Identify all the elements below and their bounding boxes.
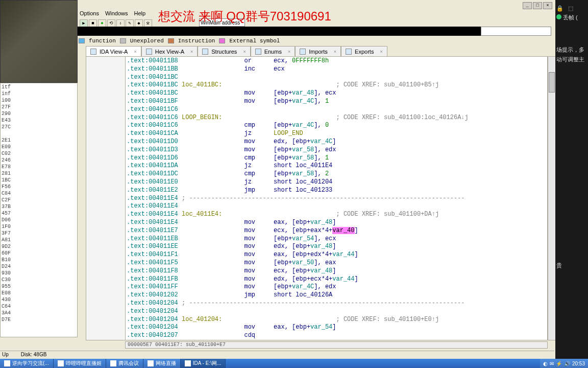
- list-item[interactable]: C64: [2, 304, 76, 310]
- code-line[interactable]: .text:00401204 ; -----------------------…: [127, 300, 546, 308]
- list-item[interactable]: 430: [2, 297, 76, 304]
- taskbar-button[interactable]: 腾讯会议: [106, 359, 143, 368]
- list-item[interactable]: 1BC: [2, 177, 76, 184]
- list-item[interactable]: E78: [2, 164, 76, 171]
- list-item[interactable]: B10: [2, 257, 76, 264]
- taskbar-button[interactable]: 哔哩哔哩直播姬: [54, 359, 106, 368]
- maximize-button[interactable]: □: [533, 2, 542, 9]
- panel-text: 动可调整主: [556, 56, 587, 63]
- code-line[interactable]: .text:004011C6: [127, 106, 546, 114]
- code-line[interactable]: .text:00401204 loc_401204: ; CODE XREF: …: [127, 316, 546, 324]
- code-line[interactable]: .text:004011E4 mov eax, [ebp+var_48]: [127, 219, 546, 227]
- list-item[interactable]: D06: [2, 217, 76, 224]
- close-icon[interactable]: ×: [134, 49, 136, 54]
- code-line[interactable]: .text:004011E4: [127, 202, 546, 211]
- close-button[interactable]: ×: [543, 2, 552, 9]
- list-item[interactable]: C30: [2, 277, 76, 284]
- vertical-scrollbar[interactable]: [548, 56, 556, 340]
- list-item[interactable]: 27F: [2, 104, 76, 111]
- minimize-button[interactable]: _: [523, 2, 532, 9]
- code-line[interactable]: .text:004011BC: [127, 74, 546, 82]
- search-dropdown[interactable]: [481, 27, 551, 36]
- code-line[interactable]: .text:004011D6 cmp [ebp+var_58], 1: [127, 154, 546, 163]
- list-item[interactable]: [2, 131, 76, 137]
- list-item[interactable]: i00: [2, 98, 76, 104]
- code-line[interactable]: .text:004011D3 mov [ebp+var_58], edx: [127, 146, 546, 154]
- close-icon[interactable]: ×: [190, 49, 193, 54]
- code-line[interactable]: .text:00401204 mov eax, [ebp+var_54]: [127, 324, 546, 332]
- list-item[interactable]: 37B: [2, 204, 76, 211]
- list-item[interactable]: C84: [2, 191, 76, 197]
- code-line[interactable]: .text:00401207 cdq: [127, 332, 546, 340]
- code-line[interactable]: .text:004011C6 LOOP_BEGIN: ; CODE XREF: …: [127, 114, 546, 122]
- list-item[interactable]: 27C: [2, 124, 76, 131]
- list-item[interactable]: 9D2: [2, 244, 76, 250]
- code-line[interactable]: .text:004011E0 jz short loc_401204: [127, 178, 546, 187]
- list-item[interactable]: 290: [2, 111, 76, 118]
- close-icon[interactable]: ×: [288, 49, 290, 54]
- disassembly-view[interactable]: .text:004011B8 or ecx, 0FFFFFFF8h.text:0…: [125, 56, 548, 340]
- list-item[interactable]: 955: [2, 284, 76, 290]
- taskbar-button[interactable]: 网络直播: [143, 359, 181, 368]
- overlay-banner: 想交流 来啊 QQ群号703190691: [158, 8, 331, 25]
- tab-hex-view-a[interactable]: Hex View-A×: [141, 46, 198, 56]
- list-item[interactable]: E09: [2, 144, 76, 151]
- names-panel[interactable]: itfinfi0027F290E4327C2E1E09C02246E782811…: [0, 83, 78, 337]
- code-line[interactable]: .text:004011BB inc ecx: [127, 65, 546, 74]
- close-icon[interactable]: ×: [380, 49, 382, 54]
- code-line[interactable]: .text:004011CA jz LOOP_END: [127, 130, 546, 138]
- code-line[interactable]: .text:004011C6 cmp [ebp+var_4C], 0: [127, 122, 546, 130]
- code-line[interactable]: .text:004011EE mov edx, [ebp+var_48]: [127, 243, 546, 251]
- list-item[interactable]: inf: [2, 91, 76, 98]
- list-item[interactable]: 3F7: [2, 231, 76, 237]
- code-line[interactable]: .text:004011FB mov edx, [ebp+ecx*4+var_4…: [127, 275, 546, 284]
- taskbar-button[interactable]: IDA - E:\网...: [181, 359, 226, 368]
- taskbar-button[interactable]: 逆向学习交流(...: [0, 359, 54, 368]
- code-line[interactable]: .text:004011E2 jmp short loc_401233: [127, 187, 546, 195]
- list-item[interactable]: 281: [2, 171, 76, 177]
- list-item[interactable]: D7E: [2, 317, 76, 324]
- list-item[interactable]: C2F: [2, 197, 76, 204]
- code-line[interactable]: .text:004011DC cmp [ebp+var_58], 2: [127, 170, 546, 178]
- close-icon[interactable]: ×: [334, 49, 336, 54]
- tab-ida-view-a[interactable]: IDA View-A×: [86, 46, 141, 56]
- code-line[interactable]: .text:004011BF mov [ebp+var_4C], 1: [127, 98, 546, 106]
- list-item[interactable]: E43: [2, 118, 76, 124]
- list-item[interactable]: itf: [2, 84, 76, 91]
- code-line[interactable]: .text:004011B8 or ecx, 0FFFFFFF8h: [127, 57, 546, 65]
- code-line[interactable]: .text:004011E4 loc_4011E4: ; CODE XREF: …: [127, 211, 546, 219]
- list-item[interactable]: E08: [2, 290, 76, 297]
- code-line[interactable]: .text:00401202 jmp short loc_40126A: [127, 291, 546, 300]
- code-line[interactable]: .text:004011D0 mov edx, [ebp+var_4C]: [127, 138, 546, 146]
- code-line[interactable]: .text:004011E4 ; -----------------------…: [127, 195, 546, 203]
- close-icon[interactable]: ×: [243, 49, 246, 54]
- system-tray[interactable]: ◐✉⚡🔊20:53: [540, 359, 588, 368]
- code-line[interactable]: .text:004011F8 mov ecx, [ebp+var_48]: [127, 267, 546, 275]
- list-item[interactable]: F56: [2, 184, 76, 191]
- tab-structures[interactable]: Structures×: [198, 46, 250, 56]
- list-item[interactable]: C02: [2, 151, 76, 157]
- tab-imports[interactable]: Imports×: [295, 46, 341, 56]
- list-item[interactable]: 930: [2, 270, 76, 277]
- list-item[interactable]: 3A4: [2, 310, 76, 317]
- list-item[interactable]: D24: [2, 264, 76, 270]
- list-item[interactable]: 60F: [2, 250, 76, 257]
- code-line[interactable]: .text:004011BC mov [ebp+var_48], ecx: [127, 89, 546, 98]
- code-line[interactable]: .text:004011E7 mov ecx, [ebp+eax*4+var_4…: [127, 227, 546, 235]
- list-item[interactable]: 2E1: [2, 137, 76, 144]
- code-line[interactable]: .text:004011BC loc_4011BC: ; CODE XREF: …: [127, 81, 546, 89]
- code-line[interactable]: .text:004011EB mov [ebp+var_54], ecx: [127, 235, 546, 243]
- code-line[interactable]: .text:004011DA jz short loc_4011E4: [127, 162, 546, 170]
- panel-text: 场提示，多: [556, 46, 587, 54]
- code-line[interactable]: .text:004011F1 mov eax, [ebp+edx*4+var_4…: [127, 251, 546, 259]
- code-line[interactable]: .text:004011FF mov [ebp+var_4C], edx: [127, 283, 546, 291]
- tab-enums[interactable]: Enums×: [251, 46, 296, 56]
- legend-label: Unexplored: [130, 38, 164, 44]
- list-item[interactable]: A81: [2, 237, 76, 244]
- code-line[interactable]: .text:00401204: [127, 308, 546, 316]
- list-item[interactable]: 246: [2, 157, 76, 164]
- code-line[interactable]: .text:004011F5 mov [ebp+var_50], eax: [127, 259, 546, 267]
- list-item[interactable]: 457: [2, 211, 76, 217]
- tab-exports[interactable]: Exports×: [341, 46, 387, 56]
- list-item[interactable]: 1F0: [2, 224, 76, 231]
